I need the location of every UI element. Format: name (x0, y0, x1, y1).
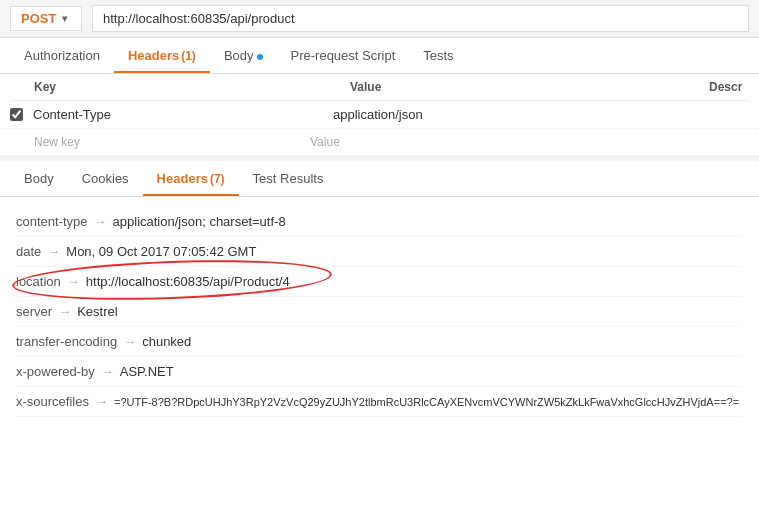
method-label: POST (21, 11, 56, 26)
header-row-content-type: Content-Type application/json (0, 101, 759, 129)
header-value-content-type: application/json (333, 107, 709, 122)
res-header-x-sourcefiles: x-sourcefiles → =?UTF-8?B?RDpcUHJhY3RpY2… (16, 387, 743, 417)
new-header-row: New key Value (0, 129, 759, 155)
header-checkbox-content-type[interactable] (10, 108, 23, 121)
tab-body-response[interactable]: Body (10, 161, 68, 196)
header-key-content-type: Content-Type (33, 107, 333, 122)
col-desc-label: Descr (709, 80, 749, 94)
tab-test-results[interactable]: Test Results (239, 161, 338, 196)
column-headers: Key Value Descr (10, 74, 749, 101)
tab-authorization[interactable]: Authorization (10, 38, 114, 73)
tab-tests[interactable]: Tests (409, 38, 467, 73)
tab-cookies[interactable]: Cookies (68, 161, 143, 196)
res-header-x-powered-by: x-powered-by → ASP.NET (16, 357, 743, 387)
tab-prerequest[interactable]: Pre-request Script (277, 38, 410, 73)
res-header-date: date → Mon, 09 Oct 2017 07:05:42 GMT (16, 237, 743, 267)
col-key-label: Key (10, 80, 350, 94)
res-header-server: server → Kestrel (16, 297, 743, 327)
request-tabs: Authorization Headers(1) Body Pre-reques… (0, 38, 759, 74)
col-value-label: Value (350, 80, 709, 94)
url-input[interactable] (92, 5, 749, 32)
response-tabs: Body Cookies Headers(7) Test Results (0, 161, 759, 197)
response-headers-section: content-type → application/json; charset… (0, 197, 759, 427)
res-header-transfer-encoding: transfer-encoding → chunked (16, 327, 743, 357)
new-key-placeholder[interactable]: New key (10, 135, 310, 149)
body-dot (257, 54, 263, 60)
method-selector[interactable]: POST ▾ (10, 6, 82, 31)
top-bar: POST ▾ (0, 0, 759, 38)
tab-headers-request[interactable]: Headers(1) (114, 38, 210, 73)
tab-headers-response[interactable]: Headers(7) (143, 161, 239, 196)
tab-body-request[interactable]: Body (210, 38, 277, 73)
res-header-content-type: content-type → application/json; charset… (16, 207, 743, 237)
method-chevron: ▾ (62, 13, 67, 24)
res-header-location: location → http://localhost:60835/api/Pr… (16, 267, 743, 297)
new-value-placeholder[interactable]: Value (310, 135, 340, 149)
